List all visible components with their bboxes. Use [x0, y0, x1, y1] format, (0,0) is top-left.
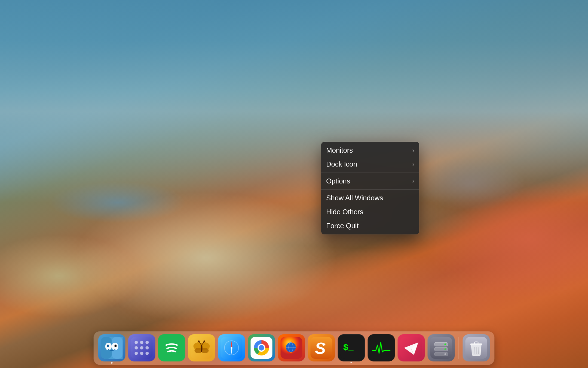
menu-item-hide-others[interactable]: Hide Others	[321, 205, 419, 219]
menu-item-monitors[interactable]: Monitors ›	[321, 143, 419, 157]
menu-item-dock-icon[interactable]: Dock Icon ›	[321, 157, 419, 171]
dock-app-file-browser[interactable]	[428, 334, 455, 361]
dock-app-terminal[interactable]: $_	[338, 334, 365, 361]
dock-app-airmail[interactable]	[398, 334, 425, 361]
svg-point-30	[198, 340, 200, 342]
svg-point-59	[445, 348, 446, 350]
dock-app-activity-monitor[interactable]	[368, 334, 395, 361]
chevron-right-icon: ›	[412, 147, 414, 154]
svg-point-58	[445, 343, 446, 345]
chevron-right-icon: ›	[412, 161, 414, 168]
svg-point-18	[140, 352, 143, 355]
menu-item-dock-icon-label: Dock Icon	[326, 160, 357, 168]
dock: S $_	[94, 331, 494, 365]
dock-separator	[459, 337, 459, 359]
svg-text:$_: $_	[343, 343, 354, 353]
svg-point-12	[140, 341, 143, 344]
svg-point-31	[204, 340, 205, 342]
activity-icon-svg	[370, 337, 392, 359]
menu-item-show-all-windows-label: Show All Windows	[326, 194, 383, 202]
firefox-icon-svg	[281, 337, 302, 359]
svg-point-40	[259, 345, 264, 351]
chrome-icon-svg	[251, 337, 272, 359]
sublime-icon-svg: S	[311, 337, 332, 359]
dock-app-sublime[interactable]: S	[308, 334, 335, 361]
dock-app-spotify[interactable]	[158, 334, 185, 361]
launchpad-icon-svg	[131, 337, 153, 359]
chevron-right-icon: ›	[412, 178, 414, 185]
svg-point-14	[135, 346, 138, 349]
svg-point-11	[135, 341, 138, 344]
menu-item-show-all-windows[interactable]: Show All Windows	[321, 191, 419, 205]
dock-app-tes[interactable]	[188, 334, 215, 361]
svg-point-13	[146, 341, 149, 344]
trash-icon-svg	[465, 337, 487, 359]
menu-item-monitors-label: Monitors	[326, 146, 353, 155]
context-menu: Monitors › Dock Icon › Options › Show Al…	[321, 142, 419, 234]
dock-app-chrome[interactable]	[248, 334, 275, 361]
menu-item-force-quit-label: Force Quit	[326, 222, 359, 230]
airmail-icon-svg	[400, 337, 422, 359]
dock-app-safari[interactable]	[218, 334, 245, 361]
spotify-icon-svg	[161, 337, 183, 359]
dock-app-finder[interactable]	[98, 334, 125, 361]
safari-icon-svg	[221, 337, 243, 359]
dock-app-trash[interactable]	[463, 334, 490, 361]
svg-point-60	[445, 353, 446, 355]
menu-separator-2	[321, 189, 419, 190]
svg-point-19	[146, 352, 149, 355]
svg-point-9	[115, 345, 116, 347]
svg-point-7	[108, 345, 109, 347]
dock-app-launchpad[interactable]	[128, 334, 155, 361]
tes-icon-svg	[191, 337, 213, 359]
svg-point-15	[140, 346, 143, 349]
file-browser-icon-svg	[430, 337, 452, 359]
menu-separator-1	[321, 173, 419, 173]
menu-item-hide-others-label: Hide Others	[326, 208, 363, 216]
finder-icon-svg	[101, 337, 123, 359]
svg-line-64	[474, 347, 474, 354]
dock-app-firefox[interactable]	[278, 334, 305, 361]
svg-text:S: S	[315, 339, 326, 357]
svg-point-16	[146, 346, 149, 349]
menu-item-options-label: Options	[326, 177, 350, 185]
terminal-icon-svg: $_	[341, 337, 362, 359]
svg-point-17	[135, 352, 138, 355]
menu-item-options[interactable]: Options ›	[321, 174, 419, 188]
svg-point-27	[201, 345, 203, 352]
menu-item-force-quit[interactable]: Force Quit	[321, 219, 419, 233]
desktop: Monitors › Dock Icon › Options › Show Al…	[0, 0, 588, 368]
svg-line-66	[478, 347, 479, 354]
svg-point-36	[231, 347, 232, 349]
